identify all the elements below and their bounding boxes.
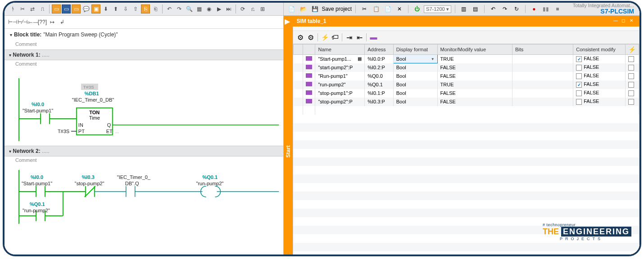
table-row[interactable]: "run-pump2"%Q0.1BoolTRUE✓FALSE [294,80,639,89]
new-project-icon[interactable]: 📄 [286,4,296,14]
delete-icon[interactable]: ✕ [395,4,404,14]
undo2-icon[interactable]: ↶ [488,4,498,14]
consistent-checkbox[interactable] [576,90,582,96]
col-Display format[interactable]: Display format [393,45,437,55]
tb-sub-icon[interactable]: ⎍ [38,4,47,13]
tb-undo-icon[interactable]: ↶ [165,4,174,13]
elem-box-icon[interactable]: [??] [38,18,47,27]
tb-sel-icon[interactable]: ▦ [195,4,204,13]
tb-dl2-icon[interactable]: ⇩ [121,4,130,13]
consistent-checkbox[interactable] [576,73,582,79]
tb-fold-icon[interactable]: ▣ [91,4,100,13]
table-row[interactable]: "Run-pump1"%Q0.0BoolFALSEFALSE [294,72,639,80]
sim-chip-icon[interactable]: ▬ [369,33,378,42]
redo3-icon[interactable]: ↻ [512,4,522,14]
network1-ladder[interactable]: %I0.0 "Start-pump1" T#3S %DB1 "IEC_Timer… [5,69,283,146]
elem-branch-icon[interactable]: ↲ [58,18,67,27]
sim-table[interactable]: NameAddressDisplay formatMonitor/Modify … [293,44,639,115]
tb-upload-icon[interactable]: ⬆ [111,4,120,13]
trigger-checkbox[interactable] [628,73,634,79]
trigger-checkbox[interactable] [628,82,634,88]
tb-ul2-icon[interactable]: ⇧ [131,4,140,13]
network2-ladder[interactable]: %I0.0 "Start-pump1" %Q0.1 "run-pump2" %I… [5,165,283,228]
tb-search-icon[interactable]: 🔍 [185,4,194,13]
window-max-icon[interactable]: ◻ [621,18,628,24]
window-close-icon[interactable]: ✕ [630,18,636,24]
tb-download-icon[interactable]: ⬇ [101,4,110,13]
tab-expand-icon[interactable]: ▶ [284,17,291,26]
tb-block3-icon[interactable]: ▭ [72,4,81,13]
save-project-label[interactable]: Save project [322,6,352,12]
network2-header[interactable]: ▾ Network 2: ..... [5,146,283,156]
col-Address[interactable]: Address [365,45,394,55]
tb-block1-icon[interactable]: ▭ [52,4,61,13]
sim-import-icon[interactable]: ⇤ [355,33,364,42]
tb-expand2-icon[interactable]: ⎗ [151,4,160,13]
sim-export-icon[interactable]: ⇥ [345,33,354,42]
elem-jump-icon[interactable]: ↦ [48,18,57,27]
stop-icon[interactable]: ■ [553,4,562,14]
trigger-checkbox[interactable] [628,99,634,105]
col-Name[interactable]: Name [315,45,365,55]
sim-tab[interactable]: SIM table_1 [291,16,331,27]
redo2-icon[interactable]: ↷ [500,4,510,14]
tb-comment-icon[interactable]: 💬 [82,4,91,13]
open-project-icon[interactable]: 📂 [298,4,308,14]
consistent-checkbox[interactable]: ✓ [576,82,582,88]
sim-gear1-icon[interactable]: ⚙ [296,33,305,42]
sim-tags-icon[interactable]: 🏷 [331,33,340,42]
consistent-checkbox[interactable] [576,99,582,105]
elem-coil-icon[interactable]: ⟜⟞ [28,18,37,27]
tb-play-icon[interactable]: ▶ [214,4,223,13]
side-tab-start[interactable]: Start [284,27,293,256]
power-icon[interactable]: ⏻ [412,4,422,14]
tb-net-icon[interactable]: ⎌ [248,4,257,13]
block-comment-label[interactable]: Comment [5,40,283,49]
elem-closed-contact-icon[interactable]: ⊢⁄⊣ [18,18,27,27]
monitor-icon[interactable]: ▥ [459,4,469,14]
table-add-row[interactable] [294,106,639,115]
trigger-checkbox[interactable] [628,56,634,62]
layout-icon[interactable]: ▤ [471,4,481,14]
paste-icon[interactable]: 📄 [383,4,393,14]
consistent-checkbox[interactable] [576,65,582,71]
sim-bolt-icon[interactable]: ⚡ [320,33,329,42]
col-icon1[interactable] [303,45,315,55]
cut-icon[interactable]: ✂ [359,4,369,14]
tb-cut-icon[interactable]: ✂ [18,4,27,13]
copy-icon[interactable]: 📋 [371,4,381,14]
table-row[interactable]: "start-pump2":P%I0.2:PBoolFALSEFALSE [294,63,639,72]
table-row[interactable]: "stop-pump1":P%I0.1:PBoolFALSEFALSE [294,89,639,98]
tb-redo-icon[interactable]: ↷ [175,4,184,13]
tb-block2-icon[interactable]: ▭ [62,4,71,13]
col-icon0[interactable] [294,45,303,55]
table-row[interactable]: "Start-pump1... ▦%I0.0:PBool▼TRUE✓FALSE [294,55,639,63]
tb-contact-icon[interactable]: ᚬ [8,4,17,13]
tb-expand-icon[interactable]: ⎘ [141,4,150,13]
table-row[interactable]: "stop-pump2":P%I0.3:PBoolFALSEFALSE [294,98,639,106]
sim-gear2-icon[interactable]: ⚙ [306,33,315,42]
consistent-checkbox[interactable]: ✓ [576,56,582,62]
tb-sim-icon[interactable]: ⊞ [258,4,267,13]
trigger-checkbox[interactable] [628,65,634,71]
col-Bits[interactable]: Bits [512,45,573,55]
col-icon8[interactable]: ⚡ [625,45,639,55]
network2-collapse-icon[interactable]: ▾ [9,149,11,154]
network1-comment[interactable]: Comment [5,60,283,69]
col-Consistent modify[interactable]: Consistent modify [573,45,626,55]
network2-comment[interactable]: Comment [5,156,283,165]
block-collapse-icon[interactable]: ▾ [10,32,12,37]
tb-step-icon[interactable]: ⏭ [224,4,233,13]
tb-link-icon[interactable]: ⇄ [28,4,37,13]
col-Monitor/Modify value[interactable]: Monitor/Modify value [437,45,512,55]
tb-rec-icon[interactable]: ◉ [204,4,213,13]
network1-collapse-icon[interactable]: ▾ [9,53,11,58]
save-icon[interactable]: 💾 [310,4,320,14]
tb-go-icon[interactable]: ⟳ [238,4,247,13]
record-icon[interactable]: ● [529,4,539,14]
device-select[interactable]: S7-1200 ▾ [424,5,451,13]
window-min-icon[interactable]: — [613,18,620,24]
network1-header[interactable]: ▾ Network 1: ..... [5,49,283,60]
elem-open-contact-icon[interactable]: ⊢⊣ [8,18,17,27]
pause-icon[interactable]: ▮▮ [541,4,551,14]
